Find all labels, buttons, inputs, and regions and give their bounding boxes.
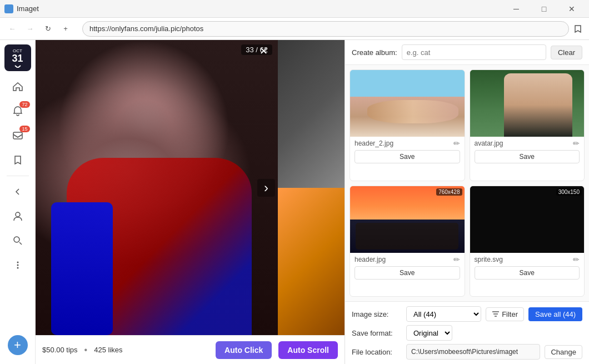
sidebar: Oct 31 72 15: [0, 40, 36, 364]
thumb-black: [470, 186, 585, 253]
image-size-row: Image size: All (44) Filter Save all (44…: [352, 306, 582, 322]
app-icon: [4, 4, 13, 13]
photo-viewer: 33 / 62 ✕ ›: [36, 40, 345, 335]
image-filename-4: sprite.svg: [475, 256, 503, 263]
image-thumb-4: 300x150: [470, 186, 585, 253]
image-filename-2: avatar.jpg: [475, 139, 503, 147]
auto-click-button[interactable]: Auto Click: [216, 341, 272, 359]
image-card-1: header_2.jpg ✏ Save: [350, 69, 465, 181]
image-size-select[interactable]: All (44): [406, 306, 481, 322]
image-card-4: 300x150 sprite.svg ✏ Save: [470, 186, 585, 297]
maximize-button[interactable]: □: [531, 0, 557, 18]
right-panel: Create album: Clear header_2.jpg ✏ Save: [345, 40, 589, 364]
thumb-sunset: [350, 186, 465, 253]
image-badge-3: 760x428: [436, 188, 462, 196]
notifications-badge: 72: [19, 101, 29, 108]
edit-icon-4[interactable]: ✏: [573, 255, 580, 264]
sidebar-item-profile[interactable]: [4, 205, 31, 227]
sidebar-item-search[interactable]: [4, 230, 31, 252]
create-album-label: Create album:: [352, 48, 397, 57]
right-panel-header: Create album: Clear: [345, 40, 589, 65]
thumbnail-2[interactable]: [278, 188, 345, 336]
bottom-bar: $50.00 tips • 425 likes Auto Click Auto …: [36, 335, 345, 364]
sidebar-item-messages[interactable]: 15: [4, 124, 31, 147]
thumb-bg-2: [278, 188, 345, 336]
right-panel-controls: Image size: All (44) Filter Save all (44…: [345, 301, 589, 364]
minimize-button[interactable]: ─: [503, 0, 529, 18]
image-card-2: avatar.jpg ✏ Save: [470, 69, 585, 181]
image-thumb-3: 760x428: [350, 186, 465, 253]
svg-point-1: [16, 212, 20, 217]
viewer-next-button[interactable]: ›: [257, 179, 275, 197]
thumb-beach-lay: [350, 70, 465, 137]
sidebar-item-notifications[interactable]: 72: [4, 100, 31, 122]
close-button[interactable]: ✕: [559, 0, 585, 18]
titlebar-left: Imaget: [4, 4, 39, 13]
save-format-label: Save format:: [352, 329, 402, 337]
back-button[interactable]: ←: [4, 21, 20, 37]
save-all-button[interactable]: Save all (44): [528, 307, 582, 321]
image-size-label: Image size:: [352, 310, 402, 318]
refresh-button[interactable]: ↻: [40, 21, 56, 37]
navbar: ← → ↻ +: [0, 18, 589, 40]
messages-badge: 15: [19, 126, 29, 132]
file-location-label: File location:: [352, 348, 402, 356]
save-button-3[interactable]: Save: [355, 266, 460, 280]
album-input[interactable]: [402, 44, 546, 60]
sidebar-date[interactable]: Oct 31: [4, 44, 31, 71]
image-card-footer-4: sprite.svg ✏: [470, 253, 585, 266]
thumbnail-1[interactable]: [278, 40, 345, 188]
content-area: 33 / 62 ✕ › $50.00 tips • 425 likes Auto…: [36, 40, 345, 364]
thumb-bg-1: [278, 40, 345, 188]
main-layout: Oct 31 72 15: [0, 40, 589, 364]
auto-scroll-button[interactable]: Auto Scroll: [278, 341, 338, 359]
address-bar[interactable]: [82, 21, 569, 37]
save-format-row: Save format: Original: [352, 325, 582, 341]
image-card-footer-2: avatar.jpg ✏: [470, 137, 585, 150]
image-thumb-1: [350, 70, 465, 137]
tip-amount: $50.00 tips: [42, 346, 78, 354]
sidebar-date-day: 31: [12, 53, 23, 63]
sidebar-item-home[interactable]: [4, 76, 31, 98]
image-card-3: 760x428 header.jpg ✏ Save: [350, 186, 465, 297]
sidebar-add-button[interactable]: +: [8, 335, 28, 355]
sidebar-item-collapse[interactable]: [4, 181, 31, 203]
save-button-1[interactable]: Save: [355, 150, 460, 163]
save-format-select[interactable]: Original: [406, 325, 452, 341]
file-location-row: File location: Change: [352, 344, 582, 360]
new-tab-button[interactable]: +: [58, 21, 73, 37]
svg-point-3: [17, 265, 18, 266]
image-badge-4: 300x150: [556, 188, 582, 196]
separator: •: [84, 345, 88, 355]
edit-icon-3[interactable]: ✏: [453, 255, 460, 264]
svg-point-2: [14, 237, 19, 242]
image-filename-3: header.jpg: [355, 256, 386, 263]
filter-button[interactable]: Filter: [486, 307, 524, 321]
svg-point-4: [17, 262, 18, 263]
titlebar: Imaget ─ □ ✕: [0, 0, 589, 18]
likes-count: 425 likes: [94, 346, 122, 354]
save-button-2[interactable]: Save: [475, 150, 580, 163]
arm-detail: [51, 202, 113, 335]
forward-button[interactable]: →: [22, 21, 38, 37]
bookmark-icon[interactable]: [571, 22, 585, 36]
sidebar-separator: [7, 176, 29, 176]
titlebar-controls: ─ □ ✕: [503, 0, 585, 18]
image-card-footer-3: header.jpg ✏: [350, 253, 465, 266]
save-button-4[interactable]: Save: [475, 266, 580, 280]
sidebar-item-bookmarks[interactable]: [4, 149, 31, 171]
image-thumb-2: [470, 70, 585, 137]
app-title: Imaget: [17, 4, 39, 13]
change-button[interactable]: Change: [545, 345, 582, 359]
image-filename-1: header_2.jpg: [355, 139, 393, 147]
edit-icon-1[interactable]: ✏: [453, 139, 460, 148]
clear-button[interactable]: Clear: [551, 46, 582, 59]
edit-icon-2[interactable]: ✏: [573, 139, 580, 148]
viewer-close-button[interactable]: ✕: [256, 43, 271, 59]
file-location-input[interactable]: [406, 344, 540, 360]
images-grid: header_2.jpg ✏ Save avatar.jpg ✏ Save: [345, 65, 589, 301]
sidebar-item-more[interactable]: [4, 254, 31, 276]
filter-label: Filter: [502, 310, 518, 318]
thumb-swimsuit: [470, 70, 585, 137]
svg-point-5: [17, 267, 18, 269]
